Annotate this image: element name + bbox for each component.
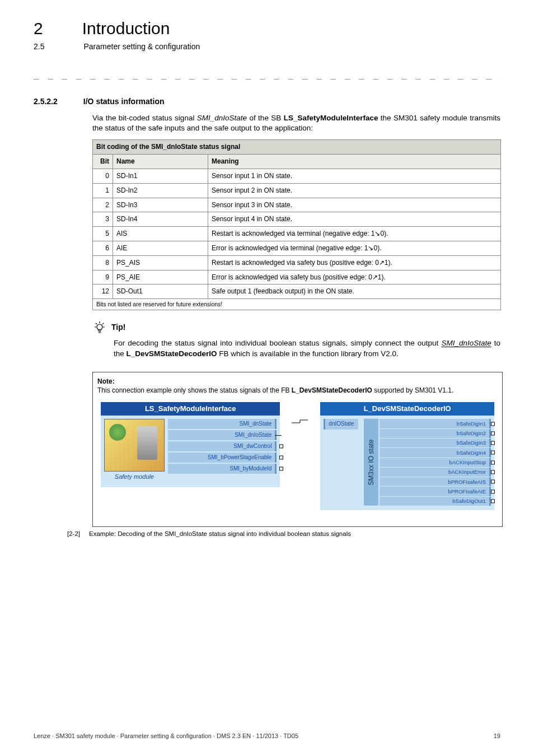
table-footnote-row: Bits not listed are reserved for future …: [93, 299, 501, 310]
name-cell: SD-In4: [113, 212, 208, 227]
output-port: SMI_byModuleId: [168, 464, 277, 474]
col-header-name: Name: [113, 155, 208, 169]
wire-connector-icon: [293, 416, 307, 516]
subsection-heading: 2.5.2.2 I/O status information: [34, 96, 500, 108]
meaning-cell: Restart is acknowledged via safety bus (…: [208, 255, 501, 270]
footer-page-number: 19: [494, 732, 500, 740]
meaning-cell: Restart is acknowledged via terminal (ne…: [208, 227, 501, 241]
tip-label: Tip!: [111, 322, 125, 333]
output-port: SMI_bPowerStageEnable: [168, 452, 277, 463]
bit-coding-table: Bit coding of the SMI_dnIoState status s…: [92, 139, 501, 310]
subsection-number: 2.5.2.2: [34, 96, 58, 108]
output-port: bACKInputStop: [380, 458, 491, 467]
fb-name: L_DevSMStateDecoderIO: [292, 386, 372, 394]
bit-cell: 8: [93, 255, 113, 270]
table-footnote: Bits not listed are reserved for future …: [93, 299, 501, 310]
meaning-cell: Safe output 1 (feedback output) in the O…: [208, 284, 501, 299]
bit-cell: 5: [93, 227, 113, 241]
section-heading: 2.5 Parameter setting & configuration: [34, 41, 500, 53]
chapter-title: Introduction: [82, 17, 170, 40]
output-port: bSafeDigOut1: [380, 497, 491, 506]
table-header-row: Bit Name Meaning: [93, 155, 501, 169]
output-port: SMI_dnState: [168, 419, 277, 429]
meaning-cell: Error is acknowledged via terminal (nega…: [208, 241, 501, 255]
text: For decoding the status signal into indi…: [114, 339, 441, 347]
bit-cell: 0: [93, 169, 113, 183]
output-port: bSafeDigIn3: [380, 438, 491, 447]
figure-text: Example: Decoding of the SMI_dnIoState s…: [89, 529, 351, 538]
output-port: SMI_dwControl: [168, 441, 277, 451]
table-caption-row: Bit coding of the SMI_dnIoState status s…: [93, 140, 501, 155]
table-row: 9PS_AIEError is acknowledged via safety …: [93, 270, 501, 284]
bit-cell: 12: [93, 284, 113, 299]
text: FB which is available in the function li…: [217, 349, 399, 358]
horizontal-rule: _ _ _ _ _ _ _ _ _ _ _ _ _ _ _ _ _ _ _ _ …: [34, 68, 500, 81]
bit-cell: 6: [93, 241, 113, 255]
table-row: 6AIEError is acknowledged via terminal (…: [93, 241, 501, 255]
safety-module-interface-block: LS_SafetyModuleInterface Safety module S…: [101, 402, 280, 487]
block-title: L_DevSMStateDecoderIO: [320, 402, 494, 416]
output-port: bACKInputError: [380, 468, 491, 477]
text: Via the bit-coded status signal: [92, 114, 197, 122]
name-cell: PS_AIE: [113, 270, 208, 284]
bit-cell: 2: [93, 198, 113, 212]
note-box: Note: This connection example only shows…: [92, 372, 503, 528]
col-header-meaning: Meaning: [208, 155, 501, 169]
note-body: This connection example only shows the s…: [97, 386, 498, 395]
signal-name: SMI_dnIoState: [441, 339, 491, 347]
name-cell: SD-In1: [113, 169, 208, 183]
name-cell: AIE: [113, 241, 208, 255]
signal-name: SMI_dnIoState: [197, 114, 247, 122]
block-diagram: LS_SafetyModuleInterface Safety module S…: [97, 400, 498, 523]
col-header-bit: Bit: [93, 155, 113, 169]
table-row: 2SD-In3Sensor input 3 in ON state.: [93, 198, 501, 212]
output-port-list: SMI_dnStateSMI_dnIoStateSMI_dwControlSMI…: [168, 419, 277, 482]
name-cell: SD-In2: [113, 183, 208, 198]
text: This connection example only shows the s…: [97, 386, 292, 394]
tip-header: Tip!: [92, 320, 500, 335]
output-port: bSafeDigIn4: [380, 448, 491, 457]
svg-point-0: [97, 324, 102, 330]
section-number: 2.5: [34, 41, 44, 53]
output-port: bSafeDigIn2: [380, 429, 491, 438]
lightbulb-icon: [92, 320, 107, 335]
table-row: 0SD-In1Sensor input 1 in ON state.: [93, 169, 501, 183]
block-title: LS_SafetyModuleInterface: [101, 402, 280, 416]
meaning-cell: Error is acknowledged via safety bus (po…: [208, 270, 501, 284]
meaning-cell: Sensor input 3 in ON state.: [208, 198, 501, 212]
decoder-core-label: SM3xx IO state: [364, 419, 378, 506]
table-row: 3SD-In4Sensor input 4 in ON state.: [93, 212, 501, 227]
name-cell: SD-Out1: [113, 284, 208, 299]
tip-body: For decoding the status signal into indi…: [114, 338, 500, 360]
input-port: dnIOState: [324, 419, 358, 430]
output-port: bSafeDigIn1: [380, 419, 491, 428]
text: of the SB: [247, 114, 284, 122]
table-caption: Bit coding of the SMI_dnIoState status s…: [93, 140, 501, 155]
name-cell: SD-In3: [113, 198, 208, 212]
figure-ref: [2-2]: [67, 529, 80, 538]
footer-left: Lenze · SM301 safety module · Parameter …: [34, 732, 298, 740]
note-heading: Note:: [97, 377, 498, 386]
figure-caption: [2-2] Example: Decoding of the SMI_dnIoS…: [67, 529, 500, 538]
bit-cell: 9: [93, 270, 113, 284]
name-cell: AIS: [113, 227, 208, 241]
page-footer: Lenze · SM301 safety module · Parameter …: [34, 732, 500, 740]
block-name: LS_SafetyModuleInterface: [284, 114, 378, 122]
tip-block: Tip! For decoding the status signal into…: [92, 320, 500, 360]
meaning-cell: Sensor input 4 in ON state.: [208, 212, 501, 227]
chapter-heading: 2 Introduction: [34, 17, 500, 40]
section-title: Parameter setting & configuration: [83, 41, 200, 53]
name-cell: PS_AIS: [113, 255, 208, 270]
chapter-number: 2: [34, 17, 43, 40]
safety-module-image: [104, 419, 165, 472]
subsection-title: I/O status information: [83, 96, 165, 108]
output-port: SMI_dnIoState: [168, 430, 277, 440]
module-label: Safety module: [104, 472, 165, 482]
output-port: bPROFIsafeAIS: [380, 477, 491, 486]
meaning-cell: Sensor input 1 in ON state.: [208, 169, 501, 183]
table-row: 12SD-Out1Safe output 1 (feedback output)…: [93, 284, 501, 299]
table-row: 1SD-In2Sensor input 2 in ON state.: [93, 183, 501, 198]
table-row: 5AISRestart is acknowledged via terminal…: [93, 227, 501, 241]
intro-paragraph: Via the bit-coded status signal SMI_dnIo…: [92, 113, 500, 134]
output-port: bPROFIsafeAIE: [380, 487, 491, 496]
